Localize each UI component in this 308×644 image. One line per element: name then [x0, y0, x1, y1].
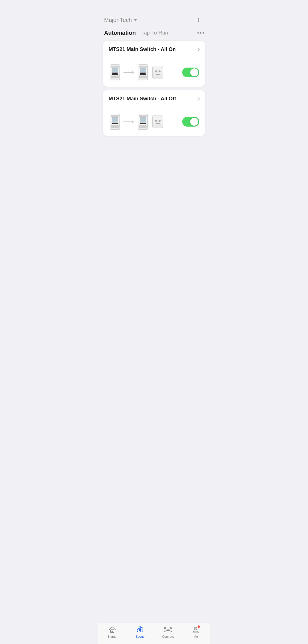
nav-item-home[interactable]: Home [103, 626, 121, 638]
header: Major Tech + [98, 13, 210, 29]
nav-item-me[interactable]: Me [187, 626, 205, 638]
card-header-2: MTS21 Main Switch - All Off [109, 96, 199, 102]
plug-slot-1 [156, 74, 160, 75]
action-device-1a [137, 64, 149, 81]
nav-item-scene[interactable]: Scene [131, 626, 149, 638]
din-rail-icon-1 [110, 64, 120, 80]
din-rail-bottom-2 [111, 125, 119, 128]
scene-icon [136, 626, 144, 634]
din-rail-display-2a [140, 117, 146, 122]
din-rail-bottom-1 [111, 76, 119, 78]
tab-tap-to-run[interactable]: Tap-To-Run [141, 30, 168, 36]
plug-holes-2 [155, 120, 161, 122]
svg-point-10 [170, 627, 171, 629]
din-rail-top-2a [139, 115, 147, 117]
automation-card-2: MTS21 Main Switch - All Off [103, 90, 205, 136]
card-header-1: MTS21 Main Switch - All On [109, 46, 199, 52]
din-rail-top-1a [139, 66, 147, 68]
din-rail-btn-2 [112, 123, 118, 124]
din-rail-display-1 [112, 68, 118, 73]
bottom-nav: Home Scene [98, 623, 210, 644]
svg-point-6 [142, 631, 143, 632]
svg-line-16 [169, 630, 170, 631]
nav-item-connect[interactable]: Connect [159, 626, 177, 638]
nav-label-scene: Scene [136, 635, 145, 638]
svg-line-14 [169, 629, 170, 630]
din-rail-icon-2a [138, 114, 148, 130]
dot-2 [200, 32, 201, 34]
arrow-icon-1 [123, 71, 134, 74]
plug-hole-1b [159, 70, 161, 72]
nav-label-connect: Connect [162, 635, 174, 638]
dot-1 [197, 32, 199, 34]
action-device-2a [137, 113, 149, 130]
plug-socket-icon-2 [152, 115, 163, 128]
din-rail-top-1 [111, 66, 119, 68]
automation-toggle-1[interactable] [182, 68, 199, 77]
device-icons-1 [109, 64, 164, 81]
svg-point-5 [139, 626, 141, 627]
card-footer-2 [109, 113, 199, 130]
plug-slot-2 [156, 123, 160, 124]
svg-rect-1 [112, 631, 113, 633]
din-rail-btn-2a [140, 123, 146, 124]
connect-icon [164, 626, 172, 634]
device-icons-2 [109, 113, 164, 130]
nav-label-me: Me [194, 635, 198, 638]
home-icon [108, 626, 116, 634]
automation-card-1: MTS21 Main Switch - All On [103, 41, 205, 87]
arrow-line-2 [123, 121, 132, 122]
svg-line-13 [166, 629, 167, 630]
action-device-2b [151, 113, 164, 130]
din-rail-top-2 [111, 115, 119, 117]
din-rail-bottom-2a [139, 125, 147, 128]
add-icon: + [196, 16, 201, 24]
home-selector[interactable]: Major Tech [104, 17, 137, 23]
automation-toggle-2[interactable] [182, 117, 199, 127]
me-icon [192, 626, 200, 634]
arrow-head-2 [132, 120, 134, 123]
trigger-device-2 [109, 113, 121, 130]
more-button[interactable] [197, 32, 204, 34]
din-rail-btn-1 [112, 73, 118, 75]
svg-point-7 [137, 631, 138, 632]
plug-hole-1a [155, 70, 157, 72]
chevron-down-icon [134, 19, 137, 21]
automation-title-1: MTS21 Main Switch - All On [109, 46, 176, 52]
toggle-knob-2 [190, 118, 198, 126]
svg-point-12 [170, 631, 171, 632]
automation-title-2: MTS21 Main Switch - All Off [109, 96, 176, 102]
plug-socket-icon-1 [152, 66, 163, 79]
svg-point-8 [167, 629, 169, 631]
plug-hole-2b [159, 120, 161, 122]
arrow-head-1 [132, 71, 134, 74]
din-rail-display-1a [140, 68, 146, 73]
chevron-right-icon-2[interactable] [196, 97, 200, 101]
din-rail-btn-1a [140, 73, 146, 75]
home-name: Major Tech [104, 17, 132, 23]
me-notification-badge [197, 625, 200, 628]
card-footer-1 [109, 64, 199, 81]
svg-point-9 [164, 627, 166, 629]
din-rail-icon-1a [138, 64, 148, 80]
svg-point-11 [164, 631, 166, 632]
arrow-icon-2 [123, 120, 134, 123]
din-rail-display-2 [112, 117, 118, 122]
plug-hole-2a [155, 120, 157, 122]
chevron-right-icon-1[interactable] [196, 47, 200, 51]
tab-automation[interactable]: Automation [104, 30, 136, 36]
din-rail-bottom-1a [139, 76, 147, 78]
action-device-1b [151, 64, 164, 81]
din-rail-icon-2 [110, 114, 120, 130]
arrow-line-1 [123, 72, 132, 73]
toggle-knob-1 [190, 68, 198, 76]
trigger-device-1 [109, 64, 121, 81]
add-button[interactable]: + [194, 15, 204, 25]
svg-point-17 [194, 627, 197, 630]
plug-holes-1 [155, 70, 161, 72]
automations-list: MTS21 Main Switch - All On [98, 41, 210, 136]
status-bar [98, 0, 210, 13]
nav-label-home: Home [108, 635, 116, 638]
tabs-row: Automation Tap-To-Run [98, 29, 210, 41]
dot-3 [202, 32, 204, 34]
